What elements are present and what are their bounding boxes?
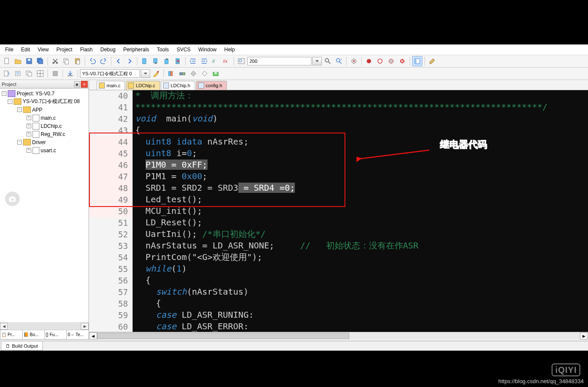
menu-debug[interactable]: Debug — [97, 46, 119, 53]
scroll-right-icon[interactable]: ▶ — [81, 323, 89, 330]
debug-start-icon[interactable] — [349, 56, 359, 66]
translate-icon[interactable] — [2, 68, 12, 79]
menu-peripherals[interactable]: Peripherals — [120, 46, 153, 53]
svg-rect-29 — [4, 71, 8, 76]
build-output-label: Build Output — [12, 343, 38, 349]
bookmark-clear-icon[interactable] — [173, 56, 183, 66]
batch-build-icon[interactable] — [35, 68, 45, 79]
options-icon[interactable] — [151, 68, 161, 79]
svg-rect-8 — [65, 60, 68, 64]
menu-svcs[interactable]: SVCS — [173, 46, 194, 53]
find-dropdown-icon[interactable] — [312, 57, 322, 65]
nav-forward-icon[interactable] — [125, 56, 135, 66]
find-input[interactable] — [247, 57, 312, 65]
group-app-label[interactable]: APP — [32, 107, 42, 113]
incremental-find-icon[interactable] — [334, 56, 344, 66]
file-usart-c[interactable]: usart.c — [41, 148, 56, 154]
breakpoint-enable-icon[interactable] — [375, 56, 385, 66]
code-editor[interactable]: 40* 调用方法：41*****************************… — [89, 90, 588, 332]
collapse-icon[interactable]: − — [8, 99, 12, 104]
group-driver-label[interactable]: Driver — [32, 139, 46, 145]
select-packs-icon[interactable] — [199, 68, 210, 79]
cut-icon[interactable] — [50, 56, 60, 66]
editor-hscroll[interactable]: ◀ ▶ — [89, 332, 588, 340]
svg-point-20 — [336, 59, 340, 62]
undo-icon[interactable] — [87, 56, 98, 66]
configure-icon[interactable] — [427, 56, 437, 66]
tab-functions[interactable]: {} Fu... — [45, 330, 67, 340]
tab-config-h[interactable]: config.h — [196, 81, 227, 90]
project-root-label[interactable]: Project: YS-V0.7 — [17, 91, 55, 97]
find-in-files-icon[interactable] — [323, 56, 333, 66]
tab-build-output[interactable]: 🗒 Build Output — [1, 342, 43, 351]
build-icon[interactable] — [13, 68, 23, 79]
collapse-icon[interactable]: − — [17, 107, 22, 112]
breakpoint-disable-icon[interactable] — [386, 56, 396, 66]
manage-rtos-icon[interactable] — [188, 68, 199, 79]
target-label[interactable]: YS-V0.7口令模式工程 08 — [23, 98, 80, 105]
menu-window[interactable]: Window — [195, 46, 220, 53]
target-dropdown-icon[interactable] — [141, 69, 150, 78]
expand-icon[interactable]: + — [27, 124, 31, 128]
breakpoint-kill-icon[interactable] — [397, 56, 407, 66]
window-layout-icon[interactable] — [412, 56, 422, 66]
copy-icon[interactable] — [61, 56, 71, 66]
comment-icon[interactable]: // — [210, 56, 220, 66]
new-file-icon[interactable] — [2, 56, 12, 66]
manage-books-icon[interactable] — [166, 68, 176, 79]
breakpoint-insert-icon[interactable] — [364, 56, 374, 66]
nav-back-icon[interactable] — [113, 56, 124, 66]
menu-help[interactable]: Help — [221, 46, 238, 53]
pin-icon[interactable]: ▣ — [74, 81, 80, 87]
output-tabs: 🗒 Build Output — [0, 341, 588, 351]
tab-ldchip-h[interactable]: LDChip.h — [161, 81, 195, 90]
redo-icon[interactable] — [98, 56, 109, 66]
scroll-thumb[interactable] — [97, 333, 349, 339]
expand-icon[interactable]: + — [27, 115, 31, 120]
scroll-left-icon[interactable]: ◀ — [89, 332, 97, 340]
close-icon[interactable]: × — [81, 81, 88, 88]
paste-icon[interactable] — [72, 56, 83, 66]
bookmark-toggle-icon[interactable] — [140, 56, 150, 66]
collapse-icon[interactable]: − — [17, 140, 22, 145]
bookmark-prev-icon[interactable] — [151, 56, 161, 66]
scroll-track[interactable] — [8, 323, 81, 329]
menu-tools[interactable]: Tools — [154, 46, 172, 53]
project-hscroll[interactable]: ◀ ▶ — [0, 322, 89, 330]
tab-templates[interactable]: 0→ Te... — [66, 330, 89, 340]
menu-flash[interactable]: Flash — [77, 46, 96, 53]
scroll-left-icon[interactable]: ◀ — [0, 323, 8, 330]
menu-edit[interactable]: Edit — [18, 46, 33, 53]
target-select[interactable] — [80, 69, 140, 78]
menu-view[interactable]: View — [34, 46, 52, 53]
indent-icon[interactable] — [188, 56, 198, 66]
outdent-icon[interactable] — [199, 56, 209, 66]
pack-installer-icon[interactable] — [211, 68, 221, 79]
stop-build-icon[interactable] — [50, 68, 60, 79]
file-main-c[interactable]: main.c — [41, 115, 56, 121]
rebuild-icon[interactable] — [24, 68, 34, 79]
expand-icon[interactable]: + — [27, 148, 31, 153]
tab-main-c[interactable]: main.c — [97, 81, 125, 90]
file-ldchip-c[interactable]: LDChip.c — [41, 123, 62, 129]
open-file-icon[interactable] — [13, 56, 23, 66]
bookmark-next-icon[interactable] — [162, 56, 172, 66]
editor-tabs: main.c LDChip.c LDChip.h config.h — [89, 80, 588, 90]
download-icon[interactable] — [65, 68, 75, 79]
scroll-right-icon[interactable]: ▶ — [580, 332, 588, 340]
menu-file[interactable]: File — [2, 46, 17, 53]
save-icon[interactable] — [24, 56, 34, 66]
scroll-track[interactable] — [97, 333, 580, 339]
manage-components-icon[interactable] — [177, 68, 187, 79]
screenshot-camera-icon[interactable] — [5, 192, 20, 206]
tab-ldchip-c[interactable]: LDChip.c — [126, 81, 160, 90]
expand-icon[interactable]: + — [27, 132, 31, 136]
find-scope-icon[interactable] — [236, 56, 246, 66]
save-all-icon[interactable] — [35, 56, 45, 66]
file-reg-rw-c[interactable]: Reg_RW.c — [41, 131, 65, 137]
tab-books[interactable]: 📙 Bo... — [22, 330, 45, 340]
menu-project[interactable]: Project — [53, 46, 76, 53]
tab-project[interactable]: 📋 Pr... — [0, 330, 23, 340]
collapse-icon[interactable]: − — [2, 91, 6, 96]
uncomment-icon[interactable]: //x — [221, 56, 232, 66]
